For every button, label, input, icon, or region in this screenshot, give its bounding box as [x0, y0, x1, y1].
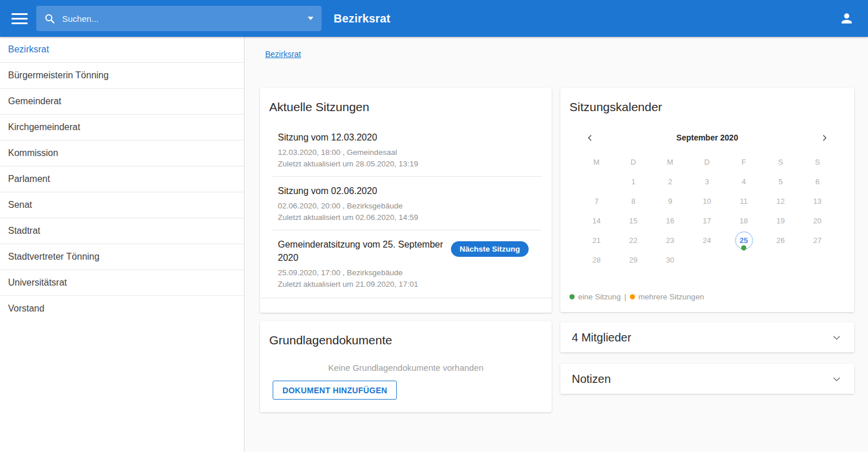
calendar-grid: MDMDFSS123456789101112131415161718192021… — [578, 152, 836, 269]
calendar-day[interactable]: 27 — [799, 230, 836, 250]
single-meeting-dot-icon — [569, 294, 575, 299]
weekday-label: F — [725, 152, 762, 172]
calendar-prev-button[interactable] — [586, 134, 594, 142]
calendar-day[interactable]: 14 — [578, 211, 615, 230]
calendar-day[interactable]: 21 — [578, 230, 615, 250]
sidebar-item-kommission[interactable]: Kommission — [0, 140, 244, 166]
calendar-day[interactable]: 29 — [615, 250, 652, 269]
weekday-label: M — [578, 152, 615, 172]
documents-card-title: Grundlagendokumente — [260, 321, 552, 353]
calendar-day[interactable]: 17 — [689, 211, 725, 230]
sidebar-item-kirchgemeinderat[interactable]: Kirchgemeinderat — [0, 115, 244, 140]
weekday-label: D — [615, 152, 652, 172]
chevron-down-icon — [832, 333, 842, 343]
calendar-day[interactable]: 23 — [652, 230, 689, 250]
meeting-item[interactable]: Sitzung vom 02.06.202002.06.2020, 20:00 … — [273, 177, 541, 230]
calendar-day[interactable]: 5 — [762, 172, 799, 191]
meetings-card-title: Aktuelle Sitzungen — [260, 88, 552, 120]
calendar-empty-cell — [762, 250, 799, 269]
calendar-day[interactable]: 3 — [689, 172, 725, 191]
search-dropdown-caret-icon[interactable] — [308, 17, 313, 20]
account-icon[interactable] — [839, 11, 854, 26]
app-bar: Bezirksrat — [0, 0, 868, 37]
calendar-day[interactable]: 22 — [615, 230, 652, 250]
meeting-last-updated: Zuletzt aktualisiert um 21.09.2020, 17:0… — [278, 279, 451, 290]
breadcrumb[interactable]: Bezirksrat — [265, 50, 301, 59]
members-panel[interactable]: 4 Mitglieder — [560, 322, 854, 352]
calendar-nav: September 2020 — [560, 131, 854, 145]
calendar-day[interactable]: 13 — [799, 191, 836, 211]
meetings-card: Aktuelle Sitzungen Sitzung vom 12.03.202… — [260, 88, 552, 313]
documents-empty-text: Keine Grundlagendokumente vorhanden — [260, 363, 552, 373]
calendar-day[interactable]: 16 — [652, 211, 689, 230]
weekday-label: S — [799, 152, 836, 172]
notes-panel[interactable]: Notizen — [560, 364, 854, 394]
calendar-day[interactable]: 2 — [652, 172, 689, 191]
sidebar-item-stadtrat[interactable]: Stadtrat — [0, 218, 244, 244]
content: Bezirksrat Aktuelle Sitzungen Sitzung vo… — [244, 37, 868, 452]
calendar-day[interactable]: 30 — [652, 250, 689, 269]
meeting-indicator-dot-icon — [741, 245, 747, 250]
calendar-day[interactable]: 6 — [799, 172, 836, 191]
weekday-label: S — [762, 152, 799, 172]
calendar-day[interactable]: 9 — [652, 191, 689, 211]
search-box[interactable] — [36, 6, 322, 31]
calendar-empty-cell — [578, 172, 615, 191]
calendar-day[interactable]: 19 — [762, 211, 799, 230]
sidebar-item-parlament[interactable]: Parlament — [0, 166, 244, 192]
next-meeting-badge: Nächste Sitzung — [451, 241, 529, 257]
documents-card: Grundlagendokumente Keine Grundlagendoku… — [260, 321, 552, 412]
calendar-day[interactable]: 1 — [615, 172, 652, 191]
calendar-card-title: Sitzungskalender — [560, 88, 854, 120]
weekday-label: D — [689, 152, 725, 172]
calendar-day[interactable]: 11 — [725, 191, 762, 211]
calendar-next-button[interactable] — [821, 134, 828, 142]
calendar-legend: eine Sitzung | mehrere Sitzungen — [569, 293, 704, 301]
sidebar-item-gemeinderat[interactable]: Gemeinderat — [0, 89, 244, 115]
meeting-title: Gemeinderatsitzung vom 25. September 202… — [278, 238, 451, 264]
calendar-day[interactable]: 24 — [689, 230, 725, 250]
calendar-empty-cell — [725, 250, 762, 269]
calendar-day[interactable]: 26 — [762, 230, 799, 250]
sidebar-item-universitaetsrat[interactable]: Universitätsrat — [0, 270, 244, 296]
meetings-card-footer — [260, 298, 552, 313]
legend-multiple-label: mehrere Sitzungen — [638, 293, 704, 301]
multiple-meetings-dot-icon — [630, 294, 635, 299]
calendar-day[interactable]: 10 — [689, 191, 725, 211]
legend-separator: | — [624, 293, 626, 301]
search-input[interactable] — [61, 13, 308, 24]
calendar-day[interactable]: 20 — [799, 211, 836, 230]
meeting-datetime-location: 25.09.2020, 17:00 , Bezirksgebäude — [278, 267, 451, 279]
meeting-info: Sitzung vom 02.06.202002.06.2020, 20:00 … — [278, 184, 418, 223]
chevron-down-icon — [832, 374, 842, 384]
menu-icon[interactable] — [12, 13, 28, 24]
weekday-label: M — [652, 152, 689, 172]
calendar-day[interactable]: 25 — [725, 230, 762, 250]
calendar-month-label: September 2020 — [594, 133, 821, 142]
sidebar-list: BezirksratBürgermeisterin TönningGemeind… — [0, 37, 244, 321]
meeting-info: Gemeinderatsitzung vom 25. September 202… — [278, 238, 451, 290]
sidebar-item-bezirksrat[interactable]: Bezirksrat — [0, 37, 244, 63]
meeting-item[interactable]: Sitzung vom 12.03.202012.03.2020, 18:00 … — [273, 123, 541, 177]
sidebar-item-senat[interactable]: Senat — [0, 192, 244, 218]
calendar-card: Sitzungskalender September 2020 MDMDFSS1… — [560, 88, 854, 312]
calendar-day[interactable]: 15 — [615, 211, 652, 230]
add-document-button[interactable]: DOKUMENT HINZUFÜGEN — [273, 381, 397, 400]
sidebar-item-stadtvertreter-toenning[interactable]: Stadtvertreter Tönning — [0, 244, 244, 270]
sidebar-item-vorstand[interactable]: Vorstand — [0, 296, 244, 321]
calendar-day-selected: 25 — [735, 231, 753, 249]
calendar-empty-cell — [689, 250, 725, 269]
calendar-day[interactable]: 7 — [578, 191, 615, 211]
calendar-day[interactable]: 28 — [578, 250, 615, 269]
sidebar-item-buergermeisterin-toenning[interactable]: Bürgermeisterin Tönning — [0, 63, 244, 89]
notes-panel-title: Notizen — [572, 373, 611, 386]
calendar-day[interactable]: 4 — [725, 172, 762, 191]
search-icon — [44, 13, 55, 24]
members-panel-title: 4 Mitglieder — [572, 331, 631, 344]
calendar-day[interactable]: 12 — [762, 191, 799, 211]
meeting-item[interactable]: Gemeinderatsitzung vom 25. September 202… — [273, 230, 541, 297]
calendar-day[interactable]: 18 — [725, 211, 762, 230]
calendar-day[interactable]: 8 — [615, 191, 652, 211]
sidebar: BezirksratBürgermeisterin TönningGemeind… — [0, 37, 244, 452]
meetings-list: Sitzung vom 12.03.202012.03.2020, 18:00 … — [273, 123, 541, 297]
